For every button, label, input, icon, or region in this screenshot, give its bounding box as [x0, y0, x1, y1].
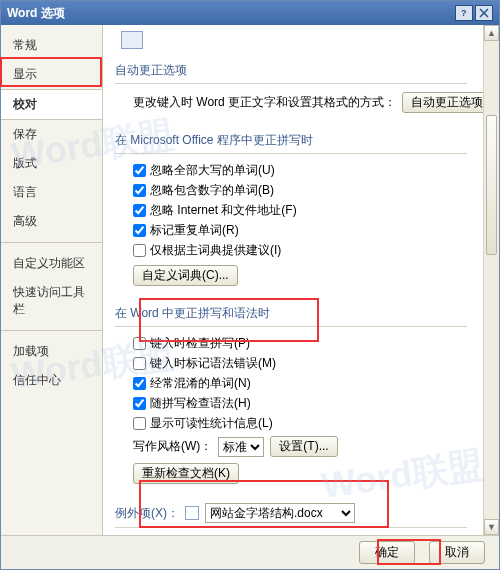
scroll-area: 自动更正选项 更改键入时 Word 更正文字和设置其格式的方式： 自动更正选项(… [103, 25, 499, 535]
options-dialog: Word 选项 ? 常规 显示 校对 保存 版式 语言 高级 自定义功能区 快速… [0, 0, 500, 570]
svg-text:?: ? [461, 8, 467, 18]
chk-confused-words[interactable] [133, 377, 146, 390]
section-office-header: 在 Microsoft Office 程序中更正拼写时 [115, 128, 467, 154]
button-bar: 确定 取消 [1, 535, 499, 569]
titlebar: Word 选项 ? [1, 1, 499, 25]
opt-ignore-numbers[interactable]: 忽略包含数字的单词(B) [133, 182, 274, 199]
chk-grammar-with-spelling[interactable] [133, 397, 146, 410]
dialog-body: 常规 显示 校对 保存 版式 语言 高级 自定义功能区 快速访问工具栏 加载项 … [1, 25, 499, 535]
window-title: Word 选项 [7, 5, 453, 22]
sidebar-item-advanced[interactable]: 高级 [1, 207, 102, 236]
separator [1, 330, 102, 331]
help-icon[interactable]: ? [455, 5, 473, 21]
except-doc-select[interactable]: 网站金字塔结构.docx [205, 503, 355, 523]
opt-main-dict-only[interactable]: 仅根据主词典提供建议(I) [133, 242, 281, 259]
opt-ignore-internet[interactable]: 忽略 Internet 和文件地址(F) [133, 202, 297, 219]
except-title: 例外项(X)： [115, 505, 179, 522]
opt-check-spelling-typing[interactable]: 键入时检查拼写(P) [133, 335, 250, 352]
sidebar-item-addins[interactable]: 加载项 [1, 337, 102, 366]
close-icon[interactable] [475, 5, 493, 21]
scroll-down-icon[interactable]: ▼ [484, 519, 499, 535]
scroll-up-icon[interactable]: ▲ [484, 25, 499, 41]
cancel-button[interactable]: 取消 [429, 541, 485, 564]
opt-readability-stats[interactable]: 显示可读性统计信息(L) [133, 415, 273, 432]
section-word-header: 在 Word 中更正拼写和语法时 [115, 301, 467, 327]
writing-style-select[interactable]: 标准 [218, 437, 264, 457]
settings-button[interactable]: 设置(T)... [270, 436, 337, 457]
opt-mark-grammar-typing[interactable]: 键入时标记语法错误(M) [133, 355, 276, 372]
section-autocorrect-header: 自动更正选项 [115, 58, 467, 84]
recheck-doc-button[interactable]: 重新检查文档(K) [133, 463, 239, 484]
sidebar-item-quick-access[interactable]: 快速访问工具栏 [1, 278, 102, 324]
sidebar-item-general[interactable]: 常规 [1, 31, 102, 60]
chk-ignore-uppercase[interactable] [133, 164, 146, 177]
sidebar-item-display[interactable]: 显示 [1, 60, 102, 89]
opt-ignore-uppercase[interactable]: 忽略全部大写的单词(U) [133, 162, 275, 179]
sidebar-item-trust-center[interactable]: 信任中心 [1, 366, 102, 395]
main-panel: 自动更正选项 更改键入时 Word 更正文字和设置其格式的方式： 自动更正选项(… [103, 25, 499, 535]
section-except-header: 例外项(X)： 网站金字塔结构.docx [115, 499, 467, 528]
sidebar-item-customize-ribbon[interactable]: 自定义功能区 [1, 249, 102, 278]
separator [1, 242, 102, 243]
chk-check-spelling-typing[interactable] [133, 337, 146, 350]
opt-confused-words[interactable]: 经常混淆的单词(N) [133, 375, 251, 392]
opt-grammar-with-spelling[interactable]: 随拼写检查语法(H) [133, 395, 251, 412]
opt-flag-repeated[interactable]: 标记重复单词(R) [133, 222, 239, 239]
sidebar-item-save[interactable]: 保存 [1, 120, 102, 149]
doc-icon [185, 506, 199, 520]
proofing-icon [121, 31, 143, 49]
sidebar-item-proofing[interactable]: 校对 [1, 89, 102, 120]
chk-readability-stats[interactable] [133, 417, 146, 430]
chk-mark-grammar-typing[interactable] [133, 357, 146, 370]
writing-style-label: 写作风格(W)： [133, 438, 212, 455]
chk-flag-repeated[interactable] [133, 224, 146, 237]
sidebar: 常规 显示 校对 保存 版式 语言 高级 自定义功能区 快速访问工具栏 加载项 … [1, 25, 103, 535]
chk-ignore-numbers[interactable] [133, 184, 146, 197]
chk-ignore-internet[interactable] [133, 204, 146, 217]
custom-dict-button[interactable]: 自定义词典(C)... [133, 265, 238, 286]
chk-main-dict-only[interactable] [133, 244, 146, 257]
sidebar-item-layout[interactable]: 版式 [1, 149, 102, 178]
vertical-scrollbar[interactable]: ▲ ▼ [483, 25, 499, 535]
sidebar-item-language[interactable]: 语言 [1, 178, 102, 207]
ok-button[interactable]: 确定 [359, 541, 415, 564]
autocorrect-desc: 更改键入时 Word 更正文字和设置其格式的方式： [133, 94, 396, 111]
scroll-thumb[interactable] [486, 115, 497, 255]
